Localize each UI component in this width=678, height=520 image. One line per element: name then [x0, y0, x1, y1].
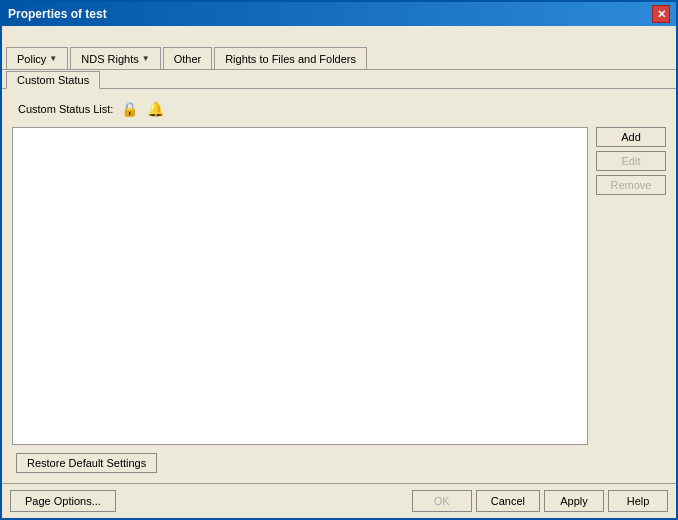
custom-status-label-row: Custom Status List: 🔒 🔔	[12, 99, 666, 119]
bottom-left: Page Options...	[10, 490, 116, 512]
bell-icon[interactable]: 🔔	[145, 99, 165, 119]
list-area-row: Add Edit Remove	[12, 127, 666, 445]
close-icon: ✕	[657, 8, 666, 21]
ok-button[interactable]: OK	[412, 490, 472, 512]
policy-dropdown-arrow: ▼	[49, 54, 57, 63]
properties-window: Properties of test ✕ Policy ▼ NDS Rights…	[0, 0, 678, 520]
tab-nds-rights-label: NDS Rights	[81, 53, 138, 65]
custom-status-listbox[interactable]	[12, 127, 588, 445]
tab-other[interactable]: Other	[163, 47, 213, 69]
tab-rights-to-files-label: Rights to Files and Folders	[225, 53, 356, 65]
content-area: Custom Status List: 🔒 🔔 Add Edit Remove …	[2, 89, 676, 483]
sub-tab-custom-status[interactable]: Custom Status	[6, 71, 100, 89]
edit-button[interactable]: Edit	[596, 151, 666, 171]
tab-policy[interactable]: Policy ▼	[6, 47, 68, 69]
tab-policy-label: Policy	[17, 53, 46, 65]
title-bar: Properties of test ✕	[2, 2, 676, 26]
remove-button[interactable]: Remove	[596, 175, 666, 195]
sub-tab-row: Custom Status	[2, 70, 676, 89]
tab-nds-rights[interactable]: NDS Rights ▼	[70, 47, 160, 69]
tab-other-label: Other	[174, 53, 202, 65]
bottom-bar: Page Options... OK Cancel Apply Help	[2, 483, 676, 518]
help-button[interactable]: Help	[608, 490, 668, 512]
cancel-button[interactable]: Cancel	[476, 490, 540, 512]
window-title: Properties of test	[8, 7, 107, 21]
lock-icon[interactable]: 🔒	[119, 99, 139, 119]
apply-button[interactable]: Apply	[544, 490, 604, 512]
sub-tab-custom-status-label: Custom Status	[17, 74, 89, 86]
custom-status-list-label: Custom Status List:	[18, 103, 113, 115]
add-button[interactable]: Add	[596, 127, 666, 147]
bottom-right: OK Cancel Apply Help	[412, 490, 668, 512]
tab-rights-to-files[interactable]: Rights to Files and Folders	[214, 47, 367, 69]
close-button[interactable]: ✕	[652, 5, 670, 23]
restore-row: Restore Default Settings	[12, 453, 666, 473]
tab-group: Policy ▼ NDS Rights ▼ Other Rights to Fi…	[6, 47, 369, 69]
tabs-row: Policy ▼ NDS Rights ▼ Other Rights to Fi…	[2, 26, 676, 70]
side-buttons: Add Edit Remove	[596, 127, 666, 445]
page-options-button[interactable]: Page Options...	[10, 490, 116, 512]
nds-rights-dropdown-arrow: ▼	[142, 54, 150, 63]
restore-default-button[interactable]: Restore Default Settings	[16, 453, 157, 473]
